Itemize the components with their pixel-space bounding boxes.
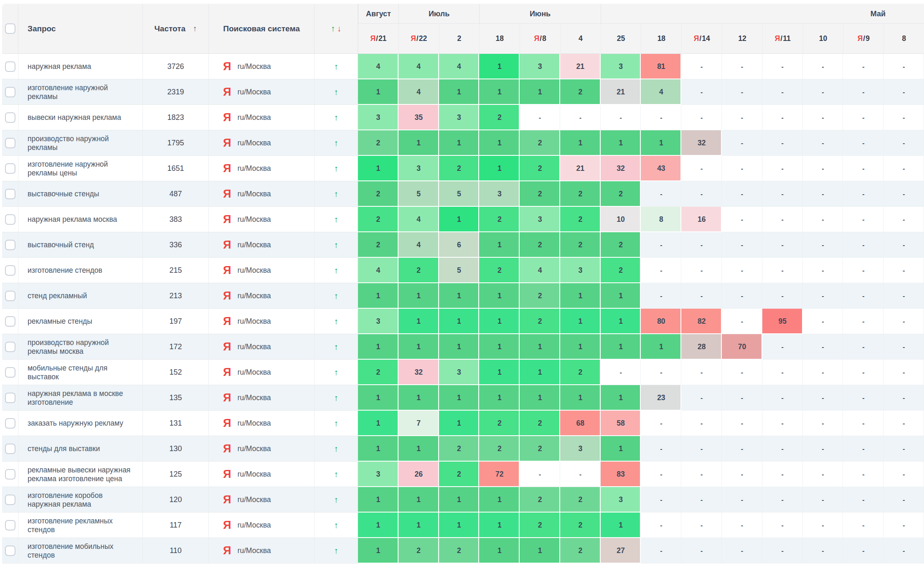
frequency-value: 215 — [169, 266, 182, 275]
row-checkbox[interactable] — [5, 61, 15, 72]
column-header-dynamics[interactable]: ↑ ↓ — [315, 4, 358, 53]
row-checkbox[interactable] — [5, 316, 15, 327]
position-value: - — [741, 547, 743, 555]
date-column-header[interactable]: 25 — [601, 24, 641, 53]
position-cell: 83 — [601, 462, 641, 487]
dynamics-cell: ↑ — [315, 258, 358, 283]
row-checkbox[interactable] — [5, 240, 15, 250]
row-checkbox[interactable] — [5, 163, 15, 174]
row-checkbox[interactable] — [5, 393, 15, 403]
date-column-header[interactable]: 8 — [883, 24, 924, 53]
frequency-cell: 152 — [143, 360, 209, 385]
position-value: 1 — [376, 495, 381, 504]
row-checkbox[interactable] — [5, 112, 15, 123]
trend-up-icon: ↑ — [334, 266, 338, 275]
position-cell: - — [803, 309, 843, 334]
position-cell: 2 — [439, 538, 480, 563]
position-cell: 1 — [601, 334, 641, 360]
position-cell: - — [681, 283, 722, 309]
date-column-header[interactable]: Я/8 — [520, 24, 560, 53]
position-cell: 1 — [520, 334, 560, 360]
row-checkbox-cell — [2, 487, 18, 513]
date-column-header[interactable]: Я/9 — [843, 24, 883, 53]
date-column-header[interactable]: Я/14 — [681, 24, 722, 53]
position-value: 1 — [498, 495, 502, 504]
row-checkbox[interactable] — [5, 189, 15, 199]
dynamics-cell: ↑ — [315, 334, 358, 360]
row-checkbox[interactable] — [5, 342, 15, 352]
position-cell: 2 — [520, 181, 560, 207]
position-value: 2 — [457, 546, 461, 555]
position-value: - — [822, 267, 824, 274]
position-cell: 2 — [560, 79, 601, 105]
position-value: 1 — [498, 317, 502, 326]
date-column-header[interactable]: Я/22 — [399, 24, 439, 53]
yandex-icon: Я — [223, 239, 231, 251]
row-checkbox[interactable] — [5, 546, 15, 556]
row-checkbox-cell — [2, 411, 18, 436]
dynamics-cell: ↑ — [315, 513, 358, 538]
position-value: 4 — [376, 266, 381, 275]
position-value: - — [701, 471, 703, 478]
position-cell: 2 — [479, 207, 520, 232]
yandex-icon: Я — [694, 34, 699, 43]
position-value: - — [741, 63, 743, 71]
position-cell: 6 — [439, 232, 480, 258]
date-column-header[interactable]: 10 — [803, 24, 843, 53]
position-cell: 2 — [479, 258, 520, 283]
engine-region-label: ru/Москва — [237, 444, 271, 453]
position-cell: 2 — [520, 283, 560, 309]
position-value: 2 — [578, 368, 582, 377]
table-row: изготовление коробов наружная реклама120… — [2, 487, 924, 513]
position-value: - — [701, 292, 703, 300]
position-value: 3 — [376, 113, 381, 122]
date-column-header[interactable]: 12 — [722, 24, 762, 53]
row-checkbox[interactable] — [5, 520, 15, 530]
position-value: 4 — [376, 62, 381, 71]
position-cell: - — [762, 54, 803, 79]
date-column-header[interactable]: 4 — [560, 24, 601, 53]
date-column-header[interactable]: Я/21 — [358, 24, 399, 53]
date-column-header[interactable]: Я/11 — [762, 24, 803, 53]
dynamics-cell: ↑ — [315, 130, 358, 156]
position-cell: - — [722, 258, 762, 283]
dynamics-cell: ↑ — [315, 360, 358, 385]
query-text: изготовление наружной рекламы цены — [28, 160, 137, 178]
row-checkbox[interactable] — [5, 291, 15, 301]
column-header-query[interactable]: Запрос — [18, 4, 143, 53]
date-column-header[interactable]: 18 — [479, 24, 520, 53]
position-cell: 2 — [520, 130, 560, 156]
row-checkbox[interactable] — [5, 495, 15, 505]
position-cell: - — [601, 105, 641, 130]
row-checkbox[interactable] — [5, 265, 15, 276]
date-column-header[interactable]: 18 — [641, 24, 681, 53]
date-column-header[interactable]: 2 — [439, 24, 480, 53]
position-value: - — [701, 267, 703, 274]
position-value: 2 — [538, 444, 542, 453]
position-cell: 1 — [399, 487, 439, 513]
row-checkbox[interactable] — [5, 418, 15, 429]
position-cell: - — [803, 462, 843, 487]
position-value: 1 — [498, 343, 502, 351]
row-checkbox[interactable] — [5, 367, 15, 378]
query-text: стенды для выставки — [28, 444, 100, 453]
row-checkbox-cell — [2, 258, 18, 283]
row-checkbox-cell — [2, 385, 18, 411]
row-checkbox[interactable] — [5, 469, 15, 480]
row-checkbox[interactable] — [5, 444, 15, 454]
trend-up-icon: ↑ — [334, 87, 338, 97]
position-value: - — [862, 89, 864, 96]
position-value: 3 — [416, 164, 421, 173]
position-cell: 3 — [601, 54, 641, 79]
position-value: - — [782, 496, 784, 504]
select-all-checkbox[interactable] — [5, 23, 15, 34]
column-header-engine[interactable]: Поисковая система — [209, 4, 315, 53]
position-cell: 1 — [399, 130, 439, 156]
trend-up-icon: ↑ — [334, 495, 338, 505]
engine-cell: Яru/Москва — [209, 385, 315, 411]
row-checkbox[interactable] — [5, 214, 15, 225]
row-checkbox[interactable] — [5, 138, 15, 148]
column-header-frequency[interactable]: Частота ↑ — [143, 4, 209, 53]
row-checkbox[interactable] — [5, 87, 15, 97]
position-value: - — [782, 547, 784, 555]
